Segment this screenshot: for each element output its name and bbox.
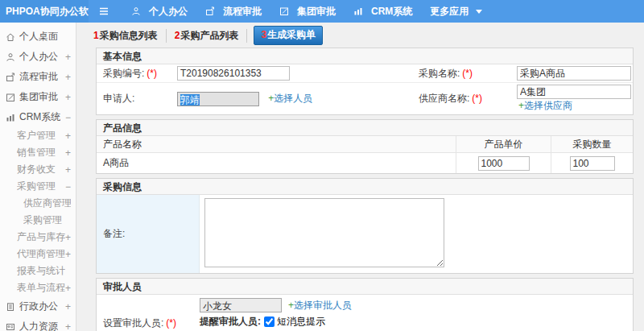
user-icon — [131, 6, 141, 16]
sidebar-item-form-workflow-settings[interactable]: 表单与流程设置 + — [0, 279, 76, 296]
select-approver-link[interactable]: +选择审批人员 — [288, 299, 352, 312]
purchase-no-input[interactable] — [177, 66, 290, 81]
building-icon — [6, 302, 15, 312]
basic-info-section: 基本信息 采购编号:(*) 采购名称:(*) 申请人: — [96, 48, 634, 115]
product-table-header: 产品名称 产品单价 采购数量 — [97, 136, 633, 153]
section-header: 审批人员 — [97, 279, 633, 295]
sidebar-item-hr[interactable]: 人力资源 + — [0, 317, 76, 331]
main-content: 1采购信息列表 2采购产品列表 3生成采购单 基本信息 采购编号:(*) 采购名… — [77, 23, 644, 331]
generate-purchase-order-button[interactable]: 3生成采购单 — [254, 26, 323, 45]
sidebar-item-purchase-mgmt[interactable]: 采购管理 − — [0, 178, 76, 195]
sidebar: 个人桌面 个人办公 + 流程审批 + 集团审批 + — [0, 23, 76, 331]
approval-section: 审批人员 设置审批人员:(*) 小龙女 +选择审批人员 提醒审批人员: — [96, 278, 634, 331]
sidebar-item-customer-mgmt[interactable]: 客户管理 + — [0, 127, 76, 144]
nav-workflow-approval[interactable]: 流程审批 — [196, 0, 270, 23]
sidebar-item-finance[interactable]: 财务收支 + — [0, 161, 76, 178]
sidebar-item-personal-office[interactable]: 个人办公 + — [0, 47, 76, 67]
share-icon — [6, 72, 15, 82]
share-icon — [205, 6, 215, 16]
sidebar-item-personal-desktop[interactable]: 个人桌面 — [0, 27, 76, 47]
top-navigation-bar: PHPOA协同办公软件 个人办公 流程审批 集团审批 CRM系统 — [0, 0, 644, 23]
chevron-down-icon — [476, 10, 482, 14]
section-header: 基本信息 — [97, 48, 633, 64]
remark-label: 备注: — [97, 195, 200, 273]
product-table-row: A商品 — [97, 153, 633, 173]
applicant-input[interactable]: 郭靖 — [177, 92, 259, 106]
product-price-input[interactable] — [478, 156, 530, 171]
select-personnel-link[interactable]: +选择人员 — [268, 93, 312, 104]
nav-label: 更多应用 — [430, 5, 469, 19]
section-header: 产品信息 — [97, 120, 633, 136]
remind-approver-label: 提醒审批人员: — [200, 315, 261, 329]
sidebar-item-supplier-mgmt[interactable]: 供应商管理 — [0, 195, 76, 212]
set-approver-label: 设置审批人员:(*) — [97, 295, 200, 331]
chart-icon — [353, 6, 363, 16]
sidebar-item-sales-mgmt[interactable]: 销售管理 + — [0, 144, 76, 161]
tab-purchase-info-list[interactable]: 1采购信息列表 — [85, 29, 167, 43]
top-nav-menu: 个人办公 流程审批 集团审批 CRM系统 更多应用 — [122, 0, 491, 23]
col-product-price: 产品单价 — [456, 136, 551, 152]
nav-label: CRM系统 — [371, 5, 412, 19]
sms-notify-checkbox[interactable] — [264, 317, 275, 327]
supplier-name-input[interactable] — [517, 85, 631, 99]
nav-group-approval[interactable]: 集团审批 — [270, 0, 345, 23]
nav-label: 集团审批 — [297, 5, 336, 19]
applicant-label: 申请人: — [97, 92, 177, 106]
purchase-qty-input[interactable] — [570, 156, 615, 171]
sidebar-item-workflow-approval[interactable]: 流程审批 + — [0, 67, 76, 87]
purchase-no-label: 采购编号:(*) — [97, 67, 177, 81]
edit-icon — [6, 93, 15, 102]
section-header: 采购信息 — [97, 179, 633, 195]
purchase-info-section: 采购信息 备注: — [96, 178, 634, 274]
sidebar-item-agent-mgmt[interactable]: 代理商管理 + — [0, 246, 76, 263]
sidebar-item-reports-stats[interactable]: 报表与统计 — [0, 263, 76, 279]
col-product-name: 产品名称 — [97, 138, 456, 151]
tab-purchase-product-list[interactable]: 2采购产品列表 — [167, 29, 248, 43]
col-purchase-qty: 采购数量 — [551, 136, 633, 152]
approver-input[interactable]: 小龙女 — [200, 298, 282, 312]
id-card-icon — [6, 322, 15, 331]
app-logo: PHPOA协同办公软件 — [0, 0, 89, 23]
purchase-name-input[interactable] — [517, 66, 631, 81]
home-icon — [6, 32, 15, 42]
sms-notify-label: 短消息提示 — [277, 315, 325, 329]
hamburger-menu-icon[interactable] — [98, 6, 109, 16]
step-tabs: 1采购信息列表 2采购产品列表 3生成采购单 — [85, 27, 644, 44]
chart-icon — [6, 113, 15, 122]
nav-personal-office[interactable]: 个人办公 — [122, 0, 196, 23]
edit-icon — [279, 6, 289, 16]
sidebar-item-admin-office[interactable]: 行政办公 + — [0, 296, 76, 317]
sidebar-item-group-approval[interactable]: 集团审批 + — [0, 87, 76, 107]
remark-textarea[interactable] — [204, 198, 444, 267]
user-icon — [6, 52, 15, 62]
sidebar-item-purchase-mgmt-sub[interactable]: 采购管理 — [0, 212, 76, 229]
nav-crm[interactable]: CRM系统 — [345, 0, 421, 23]
product-name-cell: A商品 — [97, 156, 456, 170]
supplier-name-label: 供应商名称:(*) — [419, 92, 517, 106]
purchase-name-label: 采购名称:(*) — [419, 67, 517, 81]
product-info-section: 产品信息 产品名称 产品单价 采购数量 A商品 — [96, 119, 634, 174]
nav-label: 流程审批 — [223, 5, 262, 19]
sidebar-item-product-inventory[interactable]: 产品与库存 + — [0, 229, 76, 246]
nav-label: 个人办公 — [149, 5, 188, 19]
select-supplier-link[interactable]: +选择供应商 — [518, 100, 572, 111]
nav-more-apps[interactable]: 更多应用 — [421, 0, 491, 23]
sidebar-item-crm[interactable]: CRM系统 − — [0, 107, 76, 127]
